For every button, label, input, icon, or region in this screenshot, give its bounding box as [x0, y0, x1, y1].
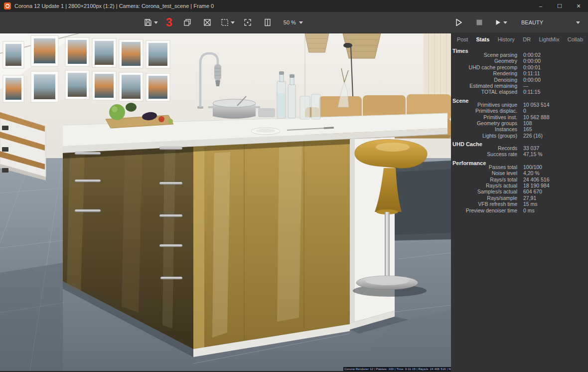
maximize-button[interactable]: ☐	[550, 0, 569, 12]
panel-tabs: PostStatsHistoryDRLightMixCollab	[451, 33, 588, 44]
chevron-down-icon	[231, 21, 235, 24]
section-header: Times	[451, 45, 588, 52]
titlebar[interactable]: Corona 12 Update 1 | 2800×2100px (1:2) |…	[0, 0, 588, 12]
stat-value: 0:00:01	[523, 64, 541, 70]
tab-lightmix[interactable]: LightMix	[539, 36, 559, 42]
window-controls: – ☐ ✕	[531, 0, 588, 12]
minimize-button[interactable]: –	[531, 0, 550, 12]
stat-row: Geometry groups108	[451, 120, 588, 126]
clear-icon	[203, 18, 212, 27]
stat-row: Rays/s actual18 190 984	[451, 183, 588, 188]
stat-value: 0 ms	[523, 207, 535, 213]
stat-label: Primitives inst.	[451, 114, 517, 120]
ab-compare-icon	[263, 18, 272, 27]
render-scene	[0, 33, 451, 371]
stat-value: 604 670	[523, 188, 542, 194]
stat-row: Lights (groups)226 (16)	[451, 133, 588, 139]
stat-value: ---	[523, 83, 529, 89]
stat-label: Lights (groups)	[451, 133, 517, 139]
tab-dr[interactable]: DR	[523, 36, 531, 42]
chevron-down-icon	[299, 21, 303, 24]
pick-focus-icon	[243, 18, 252, 27]
pick-focus-button[interactable]	[241, 15, 255, 30]
stat-row: Records33 037	[451, 145, 588, 151]
stat-value: 165	[523, 126, 532, 132]
tab-post[interactable]: Post	[457, 36, 468, 42]
tab-stats[interactable]: Stats	[476, 36, 489, 42]
zoom-select[interactable]: 50 %	[281, 17, 306, 27]
stats-panel: TimesScene parsing0:00:02Geometry0:00:00…	[451, 44, 588, 213]
stat-value: 10 053 514	[523, 102, 550, 108]
stat-value: 33 037	[523, 145, 539, 151]
stats-side-panel: PostStatsHistoryDRLightMixCollab TimesSc…	[451, 33, 588, 372]
stat-value: 108	[523, 120, 532, 126]
clear-image-button[interactable]	[200, 15, 214, 30]
stat-label: Primitives displac.	[451, 108, 517, 114]
chevron-down-icon	[576, 21, 580, 24]
stat-row: Geometry0:00:00	[451, 58, 588, 64]
stat-label: Denoising	[451, 77, 517, 83]
stat-value: 0	[523, 108, 526, 114]
section-header: Performance	[451, 158, 588, 164]
stat-value: 18 190 984	[523, 183, 550, 188]
render-viewport[interactable]: Corona Renderer 12 | Passes: 100 | Time:…	[0, 33, 451, 371]
render-element-select[interactable]: BEAUTY	[515, 17, 584, 28]
stat-row: Rays/sample27,91	[451, 195, 588, 201]
stat-label: Primitives unique	[451, 102, 517, 108]
render-stamp: Corona Renderer 12 | Passes: 100 | Time:…	[343, 367, 451, 371]
render-stop-button[interactable]	[472, 15, 486, 30]
render-start-button[interactable]	[451, 15, 465, 30]
tab-collab[interactable]: Collab	[568, 36, 583, 42]
stat-row: Primitives displac.0	[451, 108, 588, 114]
play-small-icon	[494, 18, 502, 26]
window-title: Corona 12 Update 1 | 2800×2100px (1:2) |…	[14, 3, 214, 9]
stat-row: Denoising0:00:00	[451, 77, 588, 83]
render-element-value: BEAUTY	[521, 19, 543, 25]
stat-value: 24 406 516	[523, 177, 550, 183]
stat-value: 0:00:02	[523, 52, 541, 58]
stat-label: Geometry groups	[451, 120, 517, 126]
stat-label: TOTAL elapsed	[451, 89, 517, 95]
stop-icon	[475, 18, 484, 27]
stat-value: 100/100	[523, 164, 542, 170]
stat-value: 226 (16)	[523, 133, 543, 139]
stat-label: Geometry	[451, 58, 517, 64]
corona-vfb-window: Corona 12 Update 1 | 2800×2100px (1:2) |…	[0, 0, 588, 372]
stat-value: 10 562 888	[523, 114, 550, 120]
ab-compare-button[interactable]	[261, 15, 275, 30]
stat-row: VFB refresh time15 ms	[451, 201, 588, 207]
stat-row: UHD cache precomp0:00:01	[451, 64, 588, 70]
stat-label: Instances	[451, 126, 517, 132]
save-icon	[144, 18, 152, 27]
stat-value: 0:11:11	[523, 70, 540, 76]
stat-label: Scene parsing	[451, 52, 517, 58]
section-header: Scene	[451, 95, 588, 102]
stat-label: Records	[451, 145, 517, 151]
stat-row: Estimated remaining---	[451, 83, 588, 89]
stat-value: 27,91	[523, 195, 536, 201]
stat-row: Preview denoiser time0 ms	[451, 207, 588, 213]
stat-row: Instances165	[451, 126, 588, 132]
duplicate-image-button[interactable]	[180, 15, 194, 30]
section-header: UHD Cache	[451, 139, 588, 145]
stat-value: 0:11:15	[523, 89, 540, 95]
history-slot-count[interactable]: 3	[164, 15, 174, 30]
stat-label: Rendering	[451, 70, 517, 76]
stat-row: Noise level4,20 %	[451, 170, 588, 176]
toolbar: 3	[0, 12, 588, 33]
region-render-button[interactable]	[220, 15, 235, 30]
zoom-value: 50 %	[284, 19, 296, 25]
stat-row: Samples/s actual604 670	[451, 188, 588, 194]
stat-value: 0:00:00	[523, 77, 541, 83]
close-button[interactable]: ✕	[569, 0, 588, 12]
stat-label: Preview denoiser time	[451, 207, 517, 213]
render-mode-button[interactable]	[493, 15, 507, 30]
stat-label: Noise level	[451, 170, 517, 176]
stat-value: 15 ms	[523, 201, 538, 207]
corona-logo-icon	[4, 2, 11, 9]
stat-row: TOTAL elapsed0:11:15	[451, 89, 588, 95]
stat-label: UHD cache precomp	[451, 64, 517, 70]
tab-history[interactable]: History	[498, 36, 515, 42]
chevron-down-icon	[154, 21, 158, 24]
save-image-button[interactable]	[144, 15, 158, 30]
